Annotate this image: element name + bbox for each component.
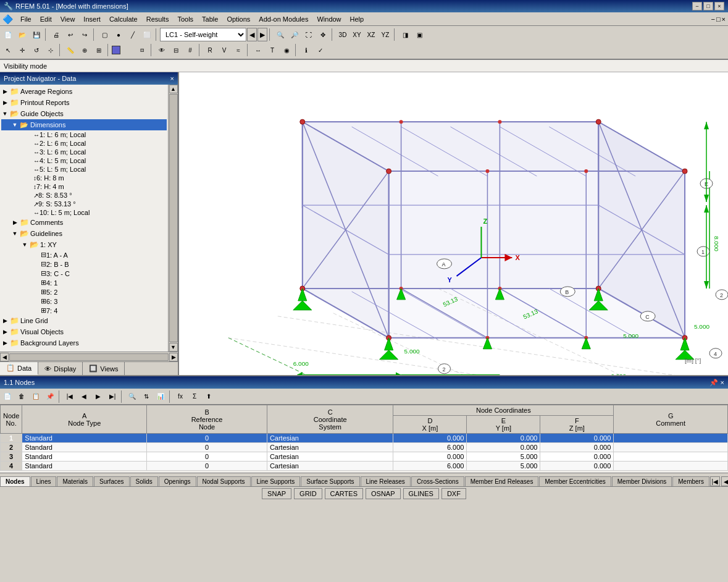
inner-maximize-btn[interactable]: □ <box>716 15 721 23</box>
tb-zoom-in[interactable]: 🔍 <box>274 28 287 41</box>
expand-printout[interactable]: ▶ <box>1 99 9 106</box>
tb-line[interactable]: ╱ <box>126 28 140 41</box>
tree-dim-6[interactable]: ↕ 6: H: 8 m <box>1 174 167 182</box>
menu-file[interactable]: File <box>17 14 35 24</box>
tree-visual-objects[interactable]: ▶ 📁 Visual Objects <box>1 326 167 337</box>
minimize-btn[interactable]: − <box>692 2 702 11</box>
expand-dimensions[interactable]: ▼ <box>11 121 19 129</box>
tb-select[interactable]: ▢ <box>98 28 111 41</box>
table-tb-graph[interactable]: 📊 <box>154 390 167 403</box>
menu-help[interactable]: Help <box>346 14 368 24</box>
menu-calculate[interactable]: Calculate <box>106 14 141 24</box>
lc-dropdown[interactable]: LC1 - Self-weight <box>160 28 246 41</box>
menu-tools[interactable]: Tools <box>174 14 197 24</box>
tb-result2[interactable]: V <box>217 43 231 57</box>
tree-guide-2[interactable]: ⊞ 5: 2 <box>1 287 167 297</box>
tree-dim-4[interactable]: ↔ 4: L: 5 m; Local <box>1 156 167 165</box>
status-glines[interactable]: GLINES <box>403 488 439 499</box>
tb-numbering[interactable]: # <box>183 43 197 57</box>
tb-render[interactable]: ◨ <box>398 28 412 41</box>
tb-cursor[interactable]: ↖ <box>1 43 15 57</box>
tab-materials[interactable]: Materials <box>57 476 93 486</box>
scroll-thumb[interactable] <box>169 94 178 342</box>
status-grid[interactable]: GRID <box>294 488 322 499</box>
tree-dim-10[interactable]: ↔ 10: L: 5 m; Local <box>1 208 167 217</box>
table-close-btn[interactable]: × <box>721 379 724 387</box>
tree-guide-xy[interactable]: ▼ 📂 1: XY <box>1 239 167 250</box>
table-tb-first[interactable]: |◀ <box>63 390 77 403</box>
tb-grid2[interactable]: ⊞ <box>92 43 106 57</box>
tree-printout-reports[interactable]: ▶ 📁 Printout Reports <box>1 97 167 108</box>
tb-snap[interactable]: ⊕ <box>78 43 91 57</box>
nav-scrollbar[interactable]: ▲ ▼ <box>168 85 178 352</box>
nav-hscrollbar[interactable]: ◀ ▶ <box>0 352 178 361</box>
status-snap[interactable]: SNAP <box>262 488 291 499</box>
tab-nodes[interactable]: Nodes <box>0 476 30 486</box>
tb-rotate[interactable]: ↺ <box>30 43 43 57</box>
menu-edit[interactable]: Edit <box>36 14 56 24</box>
tab-member-end-releases[interactable]: Member End Releases <box>465 476 539 486</box>
status-cartes[interactable]: CARTES <box>325 488 363 499</box>
tb-result1[interactable]: R <box>203 43 217 57</box>
tb-visibility[interactable]: 👁 <box>155 43 169 57</box>
menu-view[interactable]: View <box>57 14 79 24</box>
tb-view-3d[interactable]: 3D <box>336 28 349 41</box>
tree-comments[interactable]: ▶ 📁 Comments <box>1 217 167 228</box>
tb-save[interactable]: 💾 <box>30 28 43 41</box>
table-row[interactable]: 4 Standard 0 Cartesian 6.000 5.000 0.000 <box>1 462 728 471</box>
tb-zoom-all[interactable]: ⛶ <box>302 28 316 41</box>
tab-solids[interactable]: Solids <box>130 476 158 486</box>
tb-view-xy[interactable]: XY <box>350 28 364 41</box>
tab-nav-prev[interactable]: ◀ <box>721 476 728 486</box>
tb-surface[interactable]: ⬜ <box>140 28 154 41</box>
tree-line-grid[interactable]: ▶ 📁 Line Grid <box>1 315 167 326</box>
expand-visual[interactable]: ▶ <box>1 328 9 335</box>
tb-info[interactable]: ℹ <box>299 43 313 57</box>
maximize-btn[interactable]: □ <box>703 2 713 11</box>
nav-tab-data[interactable]: 📋 Data <box>0 362 38 375</box>
tree-guide-aa[interactable]: ⊟ 1: A - A <box>1 250 167 259</box>
tb-undo[interactable]: ↩ <box>64 28 77 41</box>
table-tb-formula[interactable]: fx <box>174 390 187 403</box>
table-tb-sigma[interactable]: Σ <box>188 390 201 403</box>
tab-line-supports[interactable]: Line Supports <box>251 476 301 486</box>
status-osnap[interactable]: OSNAP <box>366 488 401 499</box>
table-row[interactable]: 3 Standard 0 Cartesian 0.000 5.000 0.000 <box>1 452 728 462</box>
tb-pan[interactable]: ✥ <box>316 28 330 41</box>
tab-openings[interactable]: Openings <box>159 476 196 486</box>
close-btn[interactable]: × <box>714 2 724 11</box>
tb-print[interactable]: 🖨 <box>49 28 63 41</box>
tree-bg-layers[interactable]: ▶ 📁 Background Layers <box>1 337 167 348</box>
tab-line-releases[interactable]: Line Releases <box>361 476 411 486</box>
tab-nav-first[interactable]: |◀ <box>710 476 720 486</box>
table-tb-export[interactable]: ⬆ <box>202 390 215 403</box>
expand-line-grid[interactable]: ▶ <box>1 317 9 324</box>
tb-wire[interactable]: ▣ <box>412 28 426 41</box>
tb-node[interactable]: ● <box>112 28 125 41</box>
tb-color1[interactable] <box>112 46 120 54</box>
tree-guide-4[interactable]: ⊞ 7: 4 <box>1 306 167 315</box>
hscroll-thumb[interactable] <box>9 353 169 361</box>
nav-tab-display[interactable]: 👁 Display <box>38 362 83 375</box>
tree-guide-1[interactable]: ⊞ 4: 1 <box>1 278 167 287</box>
table-tb-paste[interactable]: 📌 <box>43 390 57 403</box>
scroll-up[interactable]: ▲ <box>169 85 178 93</box>
menu-addon[interactable]: Add-on Modules <box>255 14 312 24</box>
menu-results[interactable]: Results <box>143 14 173 24</box>
tb-open[interactable]: 📂 <box>15 28 29 41</box>
expand-bg-layers[interactable]: ▶ <box>1 339 9 347</box>
expand-guide-xy[interactable]: ▼ <box>21 241 28 248</box>
table-tb-last[interactable]: ▶| <box>106 390 119 403</box>
tb-diagram[interactable]: ≈ <box>232 43 245 57</box>
tb-redo[interactable]: ↪ <box>78 28 91 41</box>
tb-text[interactable]: T <box>266 43 279 57</box>
tb-color2[interactable] <box>121 43 135 57</box>
nav-tab-views[interactable]: 🔲 Views <box>83 362 125 375</box>
tab-surfaces[interactable]: Surfaces <box>94 476 129 486</box>
tb-zoom-out[interactable]: 🔎 <box>288 28 301 41</box>
table-tb-new-row[interactable]: 📄 <box>1 390 14 403</box>
tree-dim-2[interactable]: ↔ 2: L: 6 m; Local <box>1 139 167 148</box>
menu-table[interactable]: Table <box>198 14 222 24</box>
tab-member-div[interactable]: Member Divisions <box>612 476 672 486</box>
tree-dim-1[interactable]: ↔ 1: L: 6 m; Local <box>1 130 167 139</box>
